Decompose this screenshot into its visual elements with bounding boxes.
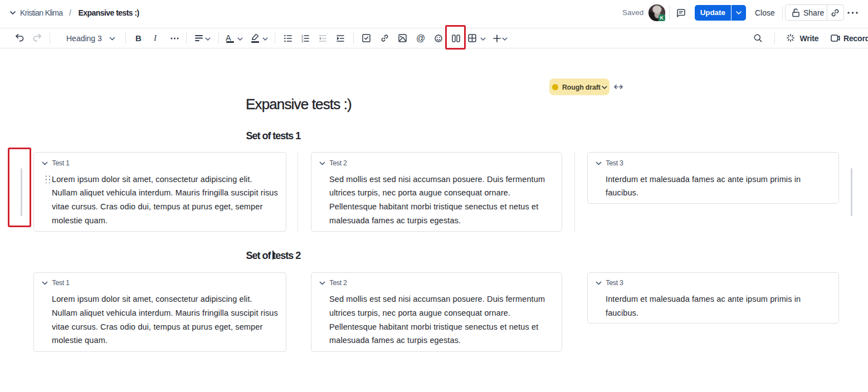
- svg-text:3: 3: [301, 40, 303, 42]
